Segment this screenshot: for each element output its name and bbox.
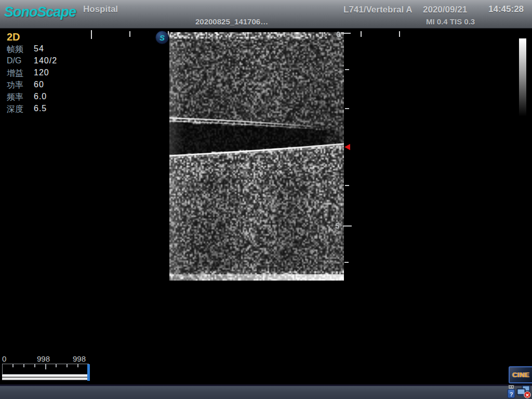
param-value: 60 [34, 80, 44, 92]
param-label: 频率 [7, 92, 34, 104]
param-row-framerate: 帧频 54 [7, 44, 57, 56]
sonoscape-logo: SonoScape [4, 4, 76, 20]
param-label: 帧频 [7, 44, 34, 56]
ruler-tick [361, 31, 362, 37]
ultrasound-image [169, 32, 344, 281]
cine-ruler-tick [12, 364, 14, 367]
depth-tick-major [343, 225, 352, 227]
param-label: 增益 [7, 68, 34, 80]
param-row-gain: 增益 120 [7, 68, 57, 80]
param-label: 功率 [7, 80, 34, 92]
cine-position-handle[interactable] [87, 364, 90, 381]
param-label: D/G [7, 56, 34, 68]
ruler-tick [284, 32, 285, 37]
cine-total-frames: 998 [73, 354, 86, 363]
hospital-name: Hospital [83, 4, 118, 15]
svg-text:?: ? [510, 391, 513, 397]
param-row-frequency: 频率 6.0 [7, 92, 57, 104]
param-row-power: 功率 60 [7, 80, 57, 92]
ruler-tick [399, 31, 400, 37]
probe-preset: L741/Vertebral A [343, 5, 413, 15]
time-display: 14:45:28 [488, 4, 524, 15]
parameter-panel: 帧频 54 D/G 140/2 增益 120 功率 60 频率 6.0 深度 6… [7, 44, 57, 116]
grayscale-bar [519, 38, 526, 116]
focus-marker-icon [344, 144, 350, 150]
svg-text:✕: ✕ [525, 392, 529, 398]
depth-tick-major [343, 33, 351, 34]
cine-ruler-tick [77, 364, 78, 367]
param-row-depth: 深度 6.5 [7, 104, 57, 116]
date-display: 2020/09/21 [423, 5, 467, 15]
cine-ruler-tick [34, 364, 35, 367]
ruler-tick [129, 31, 130, 37]
ruler-tick [206, 32, 207, 37]
ruler-tick [245, 32, 246, 37]
param-value: 140/2 [34, 56, 57, 68]
depth-tick [345, 69, 349, 70]
param-label: 深度 [7, 104, 34, 116]
mi-tis-readout: MI 0.4 TIS 0.3 [426, 17, 475, 26]
usb-device-icon[interactable]: ? [507, 385, 516, 399]
cine-progress-track[interactable] [2, 375, 88, 380]
exam-id: 20200825_141706… [195, 17, 268, 26]
header-bar: SonoScape Hospital 20200825_141706… L741… [0, 0, 532, 29]
ruler-tick [322, 32, 323, 37]
depth-label-0: 0 [336, 30, 340, 38]
cine-ruler-tick [56, 364, 57, 367]
depth-tick [345, 185, 349, 186]
param-value: 6.0 [34, 92, 47, 104]
param-value: 6.5 [34, 104, 47, 116]
depth-tick [344, 262, 349, 263]
sonoscape-badge-icon: S [155, 31, 169, 44]
mode-label-2d: 2D [7, 31, 20, 43]
cine-current-frame: 998 [37, 354, 50, 363]
cine-button[interactable]: CINE [509, 366, 532, 383]
screen: SonoScape Hospital 20200825_141706… L741… [0, 0, 532, 399]
cine-start-label: 0 [2, 354, 6, 363]
cine-ruler[interactable] [2, 364, 89, 375]
param-row-dg: D/G 140/2 [7, 56, 57, 68]
network-disconnected-icon[interactable]: ✕ [516, 385, 531, 399]
depth-label-5: 5 [335, 221, 339, 230]
cine-ruler-tick [66, 364, 68, 367]
ruler-tick [91, 30, 92, 39]
param-value: 120 [34, 68, 49, 80]
cine-ruler-tick [45, 364, 46, 369]
taskbar [0, 384, 532, 399]
depth-tick [345, 108, 349, 109]
cine-ruler-tick [23, 364, 24, 367]
param-value: 54 [34, 44, 44, 56]
